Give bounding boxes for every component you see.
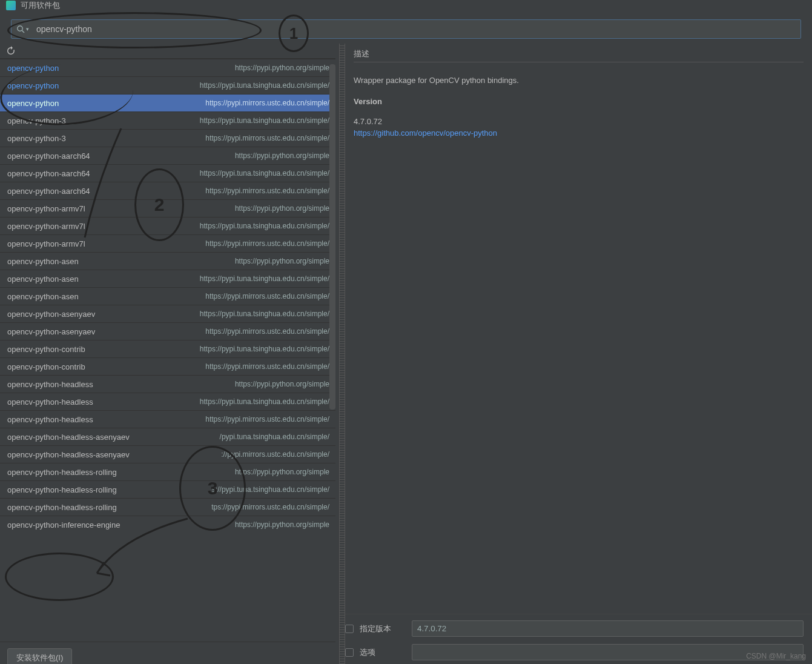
package-row[interactable]: opencv-pythonhttps://pypi.python.org/sim… [0,59,335,76]
package-name: opencv-python-asen [7,257,79,266]
package-source: https://pypi.mirrors.ustc.edu.cn/simple/ [205,327,329,336]
specify-version-checkbox[interactable] [345,625,354,633]
toolbar [0,44,335,59]
package-name: opencv-python-asen [7,274,79,284]
package-name: opencv-python-asenyaev [7,310,95,319]
watermark: CSDN @Mir_kang [746,652,806,660]
package-row[interactable]: opencv-python-inference-enginehttps://py… [0,516,335,533]
package-row[interactable]: opencv-python-headless-asenyaev://pypi.m… [0,445,335,463]
package-name: opencv-python-headless [7,380,93,389]
package-row[interactable]: opencv-python-asenyaevhttps://pypi.mirro… [0,322,335,340]
package-list[interactable]: opencv-pythonhttps://pypi.python.org/sim… [0,59,335,642]
package-list-panel: opencv-pythonhttps://pypi.python.org/sim… [0,44,339,664]
svg-point-0 [18,26,22,31]
package-row[interactable]: opencv-pythonhttps://pypi.mirrors.ustc.e… [0,94,335,111]
package-name: opencv-python [7,64,59,73]
package-description: Wrapper package for OpenCV python bindin… [354,76,804,85]
package-name: opencv-python-3 [7,116,66,125]
package-source: tps://pypi.mirrors.ustc.edu.cn/simple/ [211,503,329,511]
package-name: opencv-python-headless [7,415,93,424]
package-name: opencv-python-headless-asenyaev [7,450,130,459]
package-row[interactable]: opencv-python-headlesshttps://pypi.pytho… [0,375,335,393]
search-options-caret-icon[interactable]: ▾ [26,26,29,32]
package-source: https://pypi.mirrors.ustc.edu.cn/simple/ [205,415,329,423]
package-row[interactable]: opencv-python-headless-rollinghttps://py… [0,463,335,480]
package-name: opencv-python-asen [7,292,79,301]
package-source: https://pypi.python.org/simple [235,468,329,476]
package-row[interactable]: opencv-python-armv7lhttps://pypi.python.… [0,199,335,217]
package-row[interactable]: opencv-python-aarch64https://pypi.mirror… [0,182,335,199]
package-name: opencv-python-headless [7,397,93,407]
panel-divider[interactable] [339,44,345,664]
install-package-button[interactable]: 安装软件包(I) [7,648,72,664]
package-row[interactable]: opencv-python-3https://pypi.mirrors.ustc… [0,129,335,147]
package-row[interactable]: opencv-python-asenhttps://pypi.python.or… [0,252,335,270]
package-source: https://pypi.python.org/simple [235,520,329,529]
package-source: https://pypi.tuna.tsinghua.edu.cn/simple… [200,222,329,230]
search-input[interactable] [36,24,796,34]
package-source: /pypi.tuna.tsinghua.edu.cn/simple/ [220,433,329,441]
options-checkbox[interactable] [345,648,354,657]
package-source: ://pypi.mirrors.ustc.edu.cn/simple/ [221,450,329,459]
package-row[interactable]: opencv-python-aarch64https://pypi.tuna.t… [0,164,335,182]
package-source: https://pypi.mirrors.ustc.edu.cn/simple/ [205,292,329,300]
version-label: Version [354,97,804,106]
window-title: 可用软件包 [21,0,60,11]
package-name: opencv-python-asenyaev [7,327,95,336]
package-name: opencv-python [7,81,59,90]
package-name: opencv-python-aarch64 [7,169,90,178]
package-row[interactable]: opencv-python-headlesshttps://pypi.tuna.… [0,393,335,410]
package-source: https://pypi.mirrors.ustc.edu.cn/simple/ [205,362,329,371]
package-source: https://pypi.mirrors.ustc.edu.cn/simple/ [205,239,329,248]
package-source: https://pypi.tuna.tsinghua.edu.cn/simple… [200,274,329,283]
package-row[interactable]: opencv-python-asenyaevhttps://pypi.tuna.… [0,305,335,322]
package-row[interactable]: opencv-pythonhttps://pypi.tuna.tsinghua.… [0,76,335,94]
svg-line-1 [22,30,24,33]
package-row[interactable]: opencv-python-headless-rollingtps://pypi… [0,498,335,516]
package-name: opencv-python [7,99,59,108]
package-source: https://pypi.tuna.tsinghua.edu.cn/simple… [200,116,329,125]
scrollbar[interactable] [329,64,335,410]
options-label: 选项 [360,647,406,658]
package-name: opencv-python-3 [7,134,66,143]
package-row[interactable]: opencv-python-asenhttps://pypi.tuna.tsin… [0,270,335,287]
package-source: https://pypi.mirrors.ustc.edu.cn/simple/ [205,187,329,195]
package-source: https://pypi.python.org/simple [235,257,329,265]
package-name: opencv-python-headless-rolling [7,485,117,494]
package-source: https://pypi.python.org/simple [235,151,329,160]
package-row[interactable]: opencv-python-asenhttps://pypi.mirrors.u… [0,287,335,305]
package-row[interactable]: opencv-python-armv7lhttps://pypi.tuna.ts… [0,217,335,234]
package-name: opencv-python-contrib [7,345,85,354]
package-row[interactable]: opencv-python-armv7lhttps://pypi.mirrors… [0,234,335,252]
search-icon [16,25,25,33]
package-row[interactable]: opencv-python-headlesshttps://pypi.mirro… [0,410,335,428]
package-row[interactable]: opencv-python-3https://pypi.tuna.tsinghu… [0,111,335,129]
package-name: opencv-python-inference-engine [7,520,120,530]
package-name: opencv-python-aarch64 [7,187,90,196]
specify-version-input[interactable] [412,620,804,637]
package-row[interactable]: opencv-python-aarch64https://pypi.python… [0,147,335,164]
search-bar[interactable]: ▾ [11,19,801,39]
specify-version-label: 指定版本 [360,623,406,634]
homepage-link[interactable]: https://github.com/opencv/opencv-python [354,128,804,138]
package-row[interactable]: opencv-python-headless-asenyaev/pypi.tun… [0,428,335,445]
package-source: https://pypi.tuna.tsinghua.edu.cn/simple… [200,345,329,353]
package-source: s://pypi.tuna.tsinghua.edu.cn/simple/ [212,485,329,494]
package-name: opencv-python-armv7l [7,239,85,248]
package-row[interactable]: opencv-python-contribhttps://pypi.tuna.t… [0,340,335,357]
package-source: https://pypi.tuna.tsinghua.edu.cn/simple… [200,169,329,178]
package-row[interactable]: opencv-python-headless-rollings://pypi.t… [0,480,335,498]
detail-panel: 描述 Wrapper package for OpenCV python bin… [345,44,812,664]
package-row[interactable]: opencv-python-contribhttps://pypi.mirror… [0,357,335,375]
package-name: opencv-python-headless-asenyaev [7,433,130,442]
options-input[interactable] [412,644,804,660]
refresh-icon[interactable] [6,46,16,56]
package-source: https://pypi.python.org/simple [235,64,329,72]
package-source: https://pypi.tuna.tsinghua.edu.cn/simple… [200,310,329,318]
package-name: opencv-python-armv7l [7,222,85,231]
install-options-form: 指定版本 选项 [345,614,812,664]
app-icon [6,1,16,10]
package-source: https://pypi.tuna.tsinghua.edu.cn/simple… [200,81,329,90]
package-name: opencv-python-armv7l [7,204,85,213]
package-name: opencv-python-contrib [7,362,85,371]
